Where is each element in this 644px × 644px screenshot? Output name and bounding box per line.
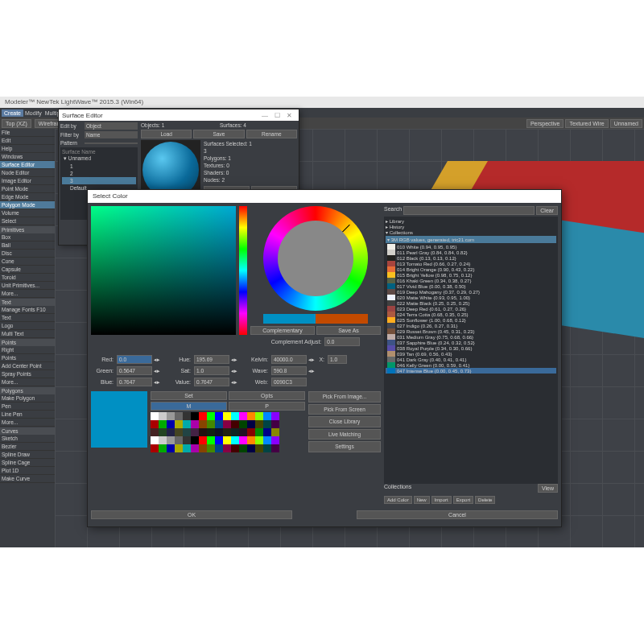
palette-swatch[interactable]: [239, 444, 247, 452]
m-button[interactable]: M: [151, 402, 227, 411]
hue-input[interactable]: 195.69: [194, 355, 229, 364]
palette-swatch[interactable]: [151, 444, 159, 452]
color-item[interactable]: 024 Terra Cotta {0.68, 0.35, 0.25}: [386, 312, 556, 317]
opts-button[interactable]: Opts: [229, 391, 305, 400]
palette-swatch[interactable]: [239, 420, 247, 428]
sidebar-item[interactable]: Edit: [0, 137, 55, 145]
sidebar-item[interactable]: Node Editor: [0, 169, 55, 177]
new-button[interactable]: New: [414, 496, 430, 504]
sidebar-item[interactable]: Bezier: [0, 443, 55, 451]
palette-swatch[interactable]: [263, 428, 271, 436]
palette-swatch[interactable]: [191, 412, 199, 420]
sidebar-item[interactable]: Help: [0, 145, 55, 153]
color-item[interactable]: 014 Bright Orange {0.90, 0.43, 0.22}: [386, 266, 556, 272]
palette-swatch[interactable]: [199, 428, 207, 436]
palette-swatch[interactable]: [175, 436, 183, 444]
palette-swatch[interactable]: [223, 420, 231, 428]
palette-swatch[interactable]: [199, 412, 207, 420]
sidebar-item[interactable]: Point Mode: [0, 185, 55, 193]
sidebar-item[interactable]: Capsule: [0, 266, 55, 274]
palette-swatch[interactable]: [215, 412, 223, 420]
palette-swatch[interactable]: [223, 412, 231, 420]
palette-swatch[interactable]: [151, 412, 159, 420]
sidebar-item[interactable]: Ball: [0, 242, 55, 250]
palette-swatch[interactable]: [167, 420, 175, 428]
val-input[interactable]: 0.7647: [194, 378, 229, 386]
palette-swatch[interactable]: [263, 412, 271, 420]
palette-swatch[interactable]: [159, 436, 167, 444]
palette-swatch[interactable]: [231, 428, 239, 436]
palette-swatch[interactable]: [231, 420, 239, 428]
sidebar-item[interactable]: Edge Mode: [0, 193, 55, 201]
palette-swatch[interactable]: [239, 428, 247, 436]
palette-swatch[interactable]: [183, 420, 191, 428]
sidebar-item[interactable]: Select: [0, 217, 55, 225]
palette-swatch[interactable]: [191, 428, 199, 436]
palette-swatch[interactable]: [231, 412, 239, 420]
color-library-tree[interactable]: ▸ Library▸ History▾ Collections▾ 3M RGB …: [384, 217, 558, 484]
delete-button[interactable]: Delete: [475, 496, 495, 504]
sidebar-item[interactable]: Pen: [0, 402, 55, 411]
persp-dropdown[interactable]: Perspective: [526, 119, 564, 128]
sidebar-item[interactable]: Add Center Point: [0, 362, 55, 370]
ok-button[interactable]: OK: [91, 510, 292, 519]
sidebar-item[interactable]: Unit Primitives...: [0, 282, 55, 290]
rename-button[interactable]: Rename: [246, 130, 297, 138]
set-button[interactable]: Set: [151, 391, 227, 400]
sidebar-item[interactable]: Make Polygon: [0, 394, 55, 402]
sidebar-item[interactable]: Right: [0, 346, 55, 354]
palette-swatch[interactable]: [263, 436, 271, 444]
sidebar-item[interactable]: Cone: [0, 258, 55, 266]
palette-swatch[interactable]: [175, 444, 183, 452]
palette-swatch[interactable]: [271, 420, 279, 428]
palette-swatch[interactable]: [175, 412, 183, 420]
sidebar-item[interactable]: Surface Editor: [0, 161, 55, 169]
kelvin-input[interactable]: 40000.0: [271, 355, 307, 364]
palette-swatch[interactable]: [167, 428, 175, 436]
harmony-dd[interactable]: Complementary: [250, 326, 315, 335]
sidebar-item[interactable]: Polygon Mode: [0, 201, 55, 209]
sidebar-item[interactable]: More...: [0, 419, 55, 427]
wave-input[interactable]: 590.8: [271, 366, 307, 375]
sidebar-item[interactable]: Disc: [0, 250, 55, 258]
color-palette[interactable]: [151, 412, 279, 452]
sv-picker[interactable]: [91, 206, 236, 335]
list-item[interactable]: 3: [62, 177, 136, 184]
palette-swatch[interactable]: [183, 444, 191, 452]
blue-input[interactable]: 0.7647: [117, 378, 152, 386]
palette-swatch[interactable]: [271, 436, 279, 444]
red-input[interactable]: 0.0: [117, 355, 152, 364]
sidebar-item[interactable]: Logo: [0, 322, 55, 330]
sidebar-item[interactable]: More...: [0, 378, 55, 386]
export-button[interactable]: Export: [453, 496, 473, 504]
load-button[interactable]: Load: [141, 130, 192, 138]
color-item[interactable]: 047 Intense Blue {0.00, 0.45, 0.73}: [386, 368, 556, 374]
palette-swatch[interactable]: [175, 428, 183, 436]
live-match-button[interactable]: Live Matching: [308, 429, 381, 440]
palette-swatch[interactable]: [239, 436, 247, 444]
tree-node[interactable]: ▸ Library: [386, 218, 556, 224]
palette-swatch[interactable]: [247, 420, 255, 428]
cancel-button[interactable]: Cancel: [357, 510, 558, 519]
palette-swatch[interactable]: [159, 428, 167, 436]
palette-swatch[interactable]: [183, 412, 191, 420]
palette-swatch[interactable]: [271, 412, 279, 420]
close-lib-button[interactable]: Close Library: [308, 416, 381, 427]
sidebar-item[interactable]: More...: [0, 290, 55, 298]
shade2-dropdown[interactable]: Textured Wire: [565, 119, 608, 128]
palette-swatch[interactable]: [263, 420, 271, 428]
palette-swatch[interactable]: [207, 444, 215, 452]
color-item[interactable]: 012 Black {0.13, 0.13, 0.12}: [386, 255, 556, 261]
hue-slider[interactable]: [239, 206, 247, 335]
palette-swatch[interactable]: [207, 428, 215, 436]
palette-swatch[interactable]: [151, 436, 159, 444]
sidebar-item[interactable]: Plot 1D: [0, 467, 55, 475]
pick-screen-button[interactable]: Pick From Screen: [308, 404, 381, 415]
x-input[interactable]: 1.0: [328, 355, 347, 364]
color-item[interactable]: 025 Sunflower {1.00, 0.68, 0.12}: [386, 317, 556, 323]
palette-swatch[interactable]: [215, 436, 223, 444]
color-item[interactable]: 046 Kelly Green {0.00, 0.59, 0.41}: [386, 362, 556, 368]
palette-swatch[interactable]: [247, 428, 255, 436]
color-item[interactable]: 037 Sapphire Blue {0.24, 0.32, 0.52}: [386, 340, 556, 345]
palette-swatch[interactable]: [191, 444, 199, 452]
